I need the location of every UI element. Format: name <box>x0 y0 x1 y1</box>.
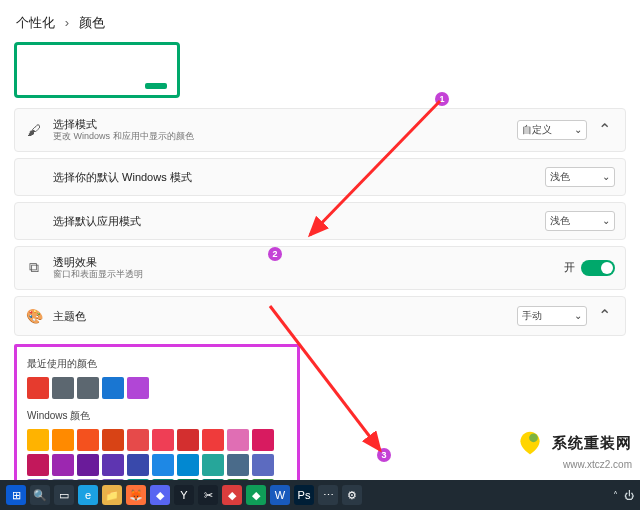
taskbar-more[interactable]: ⋯ <box>318 485 338 505</box>
color-swatch[interactable] <box>177 454 199 476</box>
taskbar-search[interactable]: 🔍 <box>30 485 50 505</box>
app-mode-dropdown[interactable]: 浅色 ⌄ <box>545 211 615 231</box>
accent-row[interactable]: 🎨 主题色 手动 ⌄ ⌃ <box>14 296 626 336</box>
palette-icon: 🎨 <box>25 308 43 324</box>
color-swatch[interactable] <box>227 429 249 451</box>
color-swatch[interactable] <box>52 454 74 476</box>
color-swatch[interactable] <box>77 377 99 399</box>
taskbar: ⊞🔍▭e📁🦊◆Y✂◆◆WPs⋯⚙ <box>0 480 640 510</box>
color-swatch[interactable] <box>202 454 224 476</box>
mode-dropdown[interactable]: 自定义 ⌄ <box>517 120 587 140</box>
transparency-toggle[interactable] <box>581 260 615 276</box>
color-swatch[interactable] <box>127 429 149 451</box>
taskbar-word[interactable]: W <box>270 485 290 505</box>
annotation-badge-2: 2 <box>268 247 282 261</box>
color-swatch[interactable] <box>102 454 124 476</box>
color-swatch[interactable] <box>52 429 74 451</box>
watermark-url: www.xtcz2.com <box>516 459 632 470</box>
taskbar-app3[interactable]: ◆ <box>246 485 266 505</box>
color-swatch[interactable] <box>52 377 74 399</box>
chevron-down-icon: ⌄ <box>602 215 610 226</box>
color-swatch[interactable] <box>202 429 224 451</box>
taskbar-edge[interactable]: e <box>78 485 98 505</box>
windows-mode-row: 选择你的默认 Windows 模式 浅色 ⌄ <box>14 158 626 196</box>
accent-value: 手动 <box>522 309 542 323</box>
color-swatch[interactable] <box>177 429 199 451</box>
taskbar-ps[interactable]: Ps <box>294 485 314 505</box>
breadcrumb-current: 颜色 <box>79 15 105 30</box>
recent-colors-grid <box>27 377 287 399</box>
accent-dropdown[interactable]: 手动 ⌄ <box>517 306 587 326</box>
accent-title: 主题色 <box>53 309 517 323</box>
taskbar-start[interactable]: ⊞ <box>6 485 26 505</box>
taskbar-taskview[interactable]: ▭ <box>54 485 74 505</box>
color-swatch[interactable] <box>252 429 274 451</box>
taskbar-app2[interactable]: ◆ <box>222 485 242 505</box>
breadcrumb: 个性化 › 颜色 <box>16 14 626 32</box>
chevron-right-icon: › <box>65 15 69 30</box>
color-swatch[interactable] <box>127 454 149 476</box>
watermark-logo-icon <box>516 429 544 457</box>
brush-icon: 🖌 <box>25 122 43 138</box>
watermark: 系统重装网 www.xtcz2.com <box>516 429 632 470</box>
color-swatch[interactable] <box>252 454 274 476</box>
color-swatch[interactable] <box>77 429 99 451</box>
color-swatch[interactable] <box>152 454 174 476</box>
svg-point-2 <box>529 433 538 442</box>
color-swatch[interactable] <box>27 454 49 476</box>
color-swatch[interactable] <box>227 454 249 476</box>
transparency-subtitle: 窗口和表面显示半透明 <box>53 269 564 281</box>
watermark-title: 系统重装网 <box>552 434 632 453</box>
taskbar-settings[interactable]: ⚙ <box>342 485 362 505</box>
mode-value: 自定义 <box>522 123 552 137</box>
color-swatch[interactable] <box>127 377 149 399</box>
windows-colors-label: Windows 颜色 <box>27 409 287 423</box>
chevron-down-icon: ⌄ <box>574 310 582 321</box>
theme-preview <box>14 42 180 98</box>
windows-mode-label: 选择你的默认 Windows 模式 <box>53 170 545 184</box>
choose-mode-title: 选择模式 <box>53 117 517 131</box>
taskbar-firefox[interactable]: 🦊 <box>126 485 146 505</box>
system-tray[interactable]: ˄ ⏻ <box>613 480 634 510</box>
app-mode-value: 浅色 <box>550 214 570 228</box>
transparency-row: ⧉ 透明效果 窗口和表面显示半透明 开 <box>14 246 626 290</box>
expand-button[interactable]: ⌃ <box>593 305 615 327</box>
app-mode-label: 选择默认应用模式 <box>53 214 545 228</box>
chevron-down-icon: ⌄ <box>574 124 582 135</box>
choose-mode-subtitle: 更改 Windows 和应用中显示的颜色 <box>53 131 517 143</box>
annotation-badge-1: 1 <box>435 92 449 106</box>
color-swatch[interactable] <box>77 454 99 476</box>
taskbar-explorer[interactable]: 📁 <box>102 485 122 505</box>
color-swatch[interactable] <box>102 429 124 451</box>
transparency-title: 透明效果 <box>53 255 564 269</box>
transparency-value: 开 <box>564 260 575 275</box>
taskbar-discord[interactable]: ◆ <box>150 485 170 505</box>
windows-mode-value: 浅色 <box>550 170 570 184</box>
windows-mode-dropdown[interactable]: 浅色 ⌄ <box>545 167 615 187</box>
transparency-icon: ⧉ <box>25 259 43 276</box>
tray-chevron-icon[interactable]: ˄ <box>613 490 618 501</box>
choose-mode-row[interactable]: 🖌 选择模式 更改 Windows 和应用中显示的颜色 自定义 ⌄ ⌃ <box>14 108 626 152</box>
accent-swatch <box>145 83 167 89</box>
expand-button[interactable]: ⌃ <box>593 119 615 141</box>
taskbar-capcut[interactable]: ✂ <box>198 485 218 505</box>
recent-colors-label: 最近使用的颜色 <box>27 357 287 371</box>
color-swatch[interactable] <box>27 429 49 451</box>
taskbar-app1[interactable]: Y <box>174 485 194 505</box>
breadcrumb-parent[interactable]: 个性化 <box>16 15 55 30</box>
color-swatch[interactable] <box>152 429 174 451</box>
color-swatch[interactable] <box>27 377 49 399</box>
annotation-badge-3: 3 <box>377 448 391 462</box>
app-mode-row: 选择默认应用模式 浅色 ⌄ <box>14 202 626 240</box>
color-swatch[interactable] <box>102 377 124 399</box>
tray-power-icon[interactable]: ⏻ <box>624 490 634 501</box>
chevron-down-icon: ⌄ <box>602 171 610 182</box>
